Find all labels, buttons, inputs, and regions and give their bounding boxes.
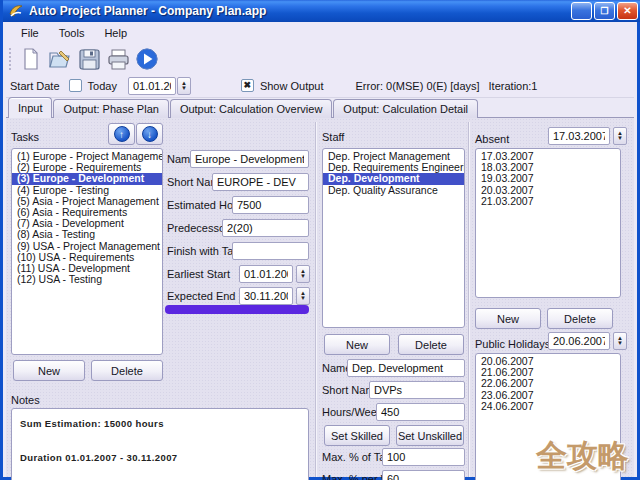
menu-tools[interactable]: Tools (50, 24, 94, 42)
tab-input[interactable]: Input (8, 97, 52, 118)
open-folder-icon (48, 48, 72, 70)
tasks-label: Tasks (11, 131, 39, 143)
save-button[interactable] (76, 46, 102, 72)
menu-bar: File Tools Help (6, 22, 634, 44)
menu-help[interactable]: Help (95, 24, 136, 42)
estimated-hours-input[interactable] (232, 196, 309, 214)
list-item[interactable]: Dep. Quality Assurance (323, 185, 464, 196)
list-item[interactable]: 21.03.2007 (476, 196, 620, 207)
staff-name-input[interactable] (347, 359, 465, 377)
staff-delete-button[interactable]: Delete (398, 334, 464, 355)
expected-end-spinner[interactable]: ▲▼ (296, 287, 310, 305)
earliest-start-input[interactable] (239, 265, 293, 283)
toolbar (6, 44, 634, 74)
start-date-label: Start Date (10, 80, 60, 92)
staff-new-button[interactable]: New (324, 334, 390, 355)
app-window: Auto Project Planner - Company Plan.app … (0, 0, 640, 480)
separator-right (468, 122, 470, 477)
menu-file[interactable]: File (12, 24, 48, 42)
absent-new-button[interactable]: New (475, 308, 541, 329)
list-item[interactable]: 24.06.2007 (476, 401, 620, 412)
close-button[interactable]: ✕ (617, 2, 638, 20)
show-output-label: Show Output (260, 80, 324, 92)
task-progress-bar (165, 305, 309, 314)
window-title: Auto Project Planner - Company Plan.app (29, 4, 266, 18)
run-icon (136, 48, 158, 70)
tasks-list[interactable]: (1) Europe - Project Management(2) Europ… (11, 148, 163, 355)
max-percent-per-week-input[interactable] (382, 470, 465, 480)
absent-date-spinner[interactable]: ▲▼ (613, 127, 627, 145)
absent-label: Absent (475, 133, 509, 145)
run-button[interactable] (134, 46, 160, 72)
absent-delete-button[interactable]: Delete (547, 308, 613, 329)
list-item[interactable]: 22.06.2007 (476, 378, 620, 389)
notes-label: Notes (11, 394, 40, 406)
tab-output-calculation-detail[interactable]: Output: Calculation Detail (333, 99, 478, 118)
tab-output-phase-plan[interactable]: Output: Phase Plan (53, 99, 168, 118)
predecessors-input[interactable] (222, 219, 309, 237)
maximize-button[interactable]: ❐ (594, 2, 615, 20)
staff-short-name-input[interactable] (369, 381, 465, 399)
print-icon (107, 49, 130, 70)
list-item[interactable]: 19.03.2007 (476, 173, 620, 184)
absent-date-input[interactable] (548, 127, 610, 145)
start-date-spinner[interactable]: ▲▼ (177, 77, 191, 95)
new-file-icon (21, 48, 41, 70)
title-bar: Auto Project Planner - Company Plan.app … (3, 0, 640, 22)
tab-strip: Input Output: Phase Plan Output: Calcula… (6, 97, 634, 118)
tab-output-calculation-overview[interactable]: Output: Calculation Overview (170, 99, 332, 118)
separator-middle (315, 122, 317, 477)
public-holidays-label: Public Holidays (475, 338, 550, 350)
input-tab-panel: Tasks ↑ ↓ (1) Europe - Project Managemen… (6, 117, 634, 477)
hours-per-week-label: Hours/Week (322, 406, 382, 418)
error-status: Error: 0(MSE) 0(E) [days] (355, 80, 479, 92)
staff-label: Staff (322, 131, 344, 143)
new-file-button[interactable] (18, 46, 44, 72)
set-unskilled-button[interactable]: Set Unskilled (396, 425, 464, 446)
task-delete-button[interactable]: Delete (91, 360, 163, 381)
today-label: Today (88, 80, 117, 92)
move-task-down-button[interactable]: ↓ (136, 123, 163, 145)
print-button[interactable] (105, 46, 131, 72)
list-item[interactable]: Dep. Development (323, 173, 464, 184)
list-item[interactable]: (3) Europe - Development (12, 173, 162, 184)
parameter-row: Start Date Today ▲▼ ✖ Show Output Error:… (6, 74, 634, 98)
earliest-start-spinner[interactable]: ▲▼ (296, 265, 310, 283)
start-date-input[interactable] (128, 77, 176, 95)
set-skilled-button[interactable]: Set Skilled (324, 425, 390, 446)
notes-textarea[interactable]: Sum Estimation: 15000 hours Duration 01.… (11, 408, 309, 480)
max-percent-of-task-input[interactable] (382, 448, 465, 466)
app-icon (8, 3, 24, 19)
iteration-status: Iteration:1 (489, 80, 538, 92)
toolbar-grip[interactable] (9, 48, 12, 70)
expected-end-label: Expected End (167, 290, 236, 302)
move-task-up-button[interactable]: ↑ (108, 123, 135, 145)
list-item[interactable]: (8) Asia - Testing (12, 229, 162, 240)
hours-per-week-input[interactable] (376, 403, 465, 421)
expected-end-input[interactable] (239, 287, 293, 305)
finish-with-task-input[interactable] (232, 242, 309, 260)
arrow-down-icon: ↓ (142, 126, 158, 142)
task-new-button[interactable]: New (13, 360, 85, 381)
arrow-up-icon: ↑ (114, 126, 130, 142)
minimize-button[interactable]: _ (571, 2, 592, 20)
absent-list[interactable]: 17.03.200718.03.200719.03.200720.03.2007… (475, 148, 621, 298)
staff-list[interactable]: Dep. Project ManagementDep. Requirements… (322, 148, 465, 328)
list-item[interactable]: (12) USA - Testing (12, 274, 162, 285)
task-short-name-input[interactable] (212, 173, 309, 191)
show-output-checkbox[interactable]: ✖ (241, 79, 254, 92)
today-checkbox[interactable] (69, 79, 82, 92)
watermark-text: 全攻略 (536, 435, 629, 477)
public-holidays-date-spinner[interactable]: ▲▼ (613, 332, 627, 350)
task-name-input[interactable] (190, 150, 309, 168)
save-icon (79, 49, 100, 70)
earliest-start-label: Earliest Start (167, 268, 230, 280)
public-holidays-date-input[interactable] (548, 332, 610, 350)
open-file-button[interactable] (47, 46, 73, 72)
